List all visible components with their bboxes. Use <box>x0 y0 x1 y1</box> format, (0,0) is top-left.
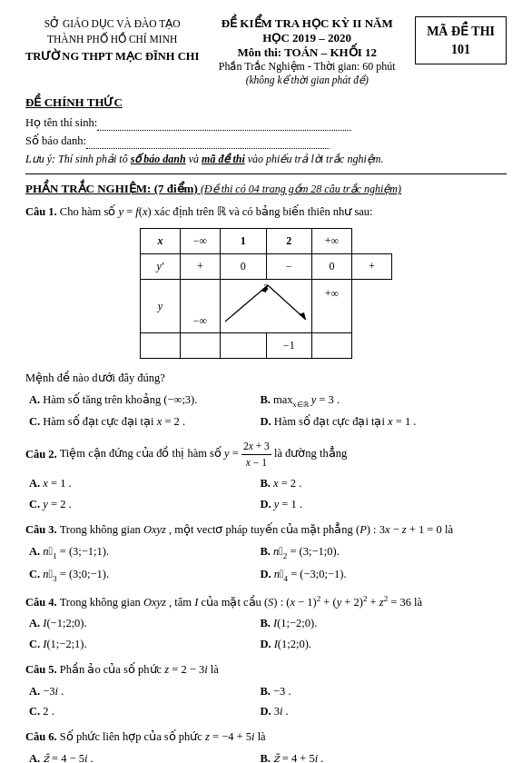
question-2: Câu 2. Tiệm cận đứng của đồ thị hàm số y… <box>25 439 507 514</box>
ho-ten-label: Họ tên thí sinh: <box>25 116 97 129</box>
q6-num: Câu 6. <box>25 730 57 743</box>
table-row-y: y −∞ 3 <box>141 279 392 332</box>
so-bao-danh-line: Số báo danh: <box>25 134 507 149</box>
q1-ans-a: A. Hàm số tăng trên khoảng (−∞;3). <box>25 391 256 411</box>
q3-num: Câu 3. <box>25 523 57 536</box>
question-6: Câu 6. Số phức liên hợp của số phức z = … <box>25 728 507 763</box>
q3-ans-a: A. n⃗1 = (3;−1;1). <box>25 542 256 563</box>
q2-answers: A. x = 1 . B. x = 2 . C. y = 2 . D. y = … <box>25 474 507 514</box>
q5-num: Câu 5. <box>25 663 57 676</box>
q5-ans-a: A. −3i . <box>25 682 256 701</box>
q3-answers: A. n⃗1 = (3;−1;1). B. n⃗2 = (3;−1;0). C.… <box>25 542 507 586</box>
q4-ans-b: B. I(1;−2;0). <box>256 614 487 633</box>
luu-y-text: Lưu ý: Thí sinh phải tô số báo danh và m… <box>25 153 383 165</box>
q3-ans-d: D. n⃗4 = (−3;0;−1). <box>256 565 487 586</box>
ministry-label: SỞ GIÁO DỤC VÀ ĐÀO TẠO <box>25 16 199 32</box>
ma-de-number: 101 <box>427 41 495 59</box>
exam-title: ĐỀ KIỂM TRA HỌC KỲ II NĂM HỌC 2019 – 202… <box>208 16 406 45</box>
q1-ans-c: C. Hàm số đạt cực đại tại x = 2 . <box>25 412 256 431</box>
question-1: Câu 1. Cho hàm số y = f(x) xác định trên… <box>25 203 507 431</box>
q2-ans-b: B. x = 2 . <box>256 474 487 493</box>
q6-text: Số phức liên hợp của số phức z = −4 + 5i… <box>60 730 266 743</box>
variation-table: x −∞ 1 2 +∞ y' + 0 − 0 + y −∞ <box>140 228 392 359</box>
q4-num: Câu 4. <box>25 596 57 609</box>
q2-ans-c: C. y = 2 . <box>25 495 256 514</box>
phan-trac-nghiem-title: PHẦN TRẮC NGHIỆM: (7 điểm) (Đề thi có 04… <box>25 182 507 196</box>
q4-ans-d: D. I(1;2;0). <box>256 635 487 654</box>
luu-y: Lưu ý: Thí sinh phải tô số báo danh và m… <box>25 153 507 166</box>
header-center: ĐỀ KIỂM TRA HỌC KỲ II NĂM HỌC 2019 – 202… <box>199 16 415 86</box>
q4-ans-a: A. I(−1;2;0). <box>25 614 256 633</box>
q1-ans-b: B. maxx∈ℝ y = 3 . <box>256 391 487 411</box>
trac-nghiem: Phần Trắc Nghiệm - Thời gian: 60 phút <box>208 60 406 74</box>
q5-text: Phần ảo của số phức z = 2 − 3i là <box>60 663 219 676</box>
variation-arrow-svg: 3 <box>221 280 311 327</box>
header-left: SỞ GIÁO DỤC VÀ ĐÀO TẠO THÀNH PHỐ HỒ CHÍ … <box>25 16 199 64</box>
de-chinh-thuc: ĐỀ CHÍNH THỨC <box>25 95 507 110</box>
divider1 <box>25 173 507 174</box>
q1-text: Cho hàm số y = f(x) xác định trên ℝ và c… <box>60 205 373 218</box>
table-row-x: x −∞ 1 2 +∞ <box>141 228 392 253</box>
q6-ans-a: A. z̄ = 4 − 5i . <box>25 749 256 763</box>
q5-ans-c: C. 2 . <box>25 702 256 721</box>
ho-ten-line: Họ tên thí sinh: <box>25 115 507 131</box>
q3-ans-b: B. n⃗2 = (3;−1;0). <box>256 542 487 563</box>
table-row-bottom: −1 <box>141 332 392 358</box>
question-5: Câu 5. Phần ảo của số phức z = 2 − 3i là… <box>25 661 507 721</box>
section-note: (Đề thi có 04 trang gồm 28 câu trắc nghi… <box>201 183 401 195</box>
q4-text: Trong không gian Oxyz , tâm I của mặt cầ… <box>60 596 422 609</box>
mon-thi: Môn thi: TOÁN – KHỐI 12 <box>208 45 406 60</box>
q5-ans-d: D. 3i . <box>256 702 487 721</box>
q1-after-table: Mệnh đề nào dưới đây đúng? <box>25 370 507 387</box>
q1-answers: A. Hàm số tăng trên khoảng (−∞;3). B. ma… <box>25 391 507 431</box>
time-note: (không kể thời gian phát đề) <box>208 74 406 86</box>
q2-text: Tiệm cận đứng của đồ thị hàm số y = 2x +… <box>60 447 348 460</box>
q2-ans-a: A. x = 1 . <box>25 474 256 493</box>
variation-table-container: x −∞ 1 2 +∞ y' + 0 − 0 + y −∞ <box>25 221 507 366</box>
ma-de-box: MÃ ĐỀ THI 101 <box>415 16 507 64</box>
header: SỞ GIÁO DỤC VÀ ĐÀO TẠO THÀNH PHỐ HỒ CHÍ … <box>25 16 507 86</box>
table-row-yprime: y' + 0 − 0 + <box>141 253 392 279</box>
city-label: THÀNH PHỐ HỒ CHÍ MINH <box>25 32 199 47</box>
q3-text: Trong không gian Oxyz , một vectơ pháp t… <box>60 523 453 536</box>
q4-ans-c: C. I(1;−2;1). <box>25 635 256 654</box>
q6-ans-b: B. z̄ = 4 + 5i . <box>256 749 487 763</box>
q5-ans-b: B. −3 . <box>256 682 487 701</box>
svg-text:3: 3 <box>263 282 269 292</box>
q2-num: Câu 2. <box>25 447 57 460</box>
so-bao-danh-label: Số báo danh: <box>25 134 86 147</box>
ma-de-label: MÃ ĐỀ THI <box>427 23 495 41</box>
q2-ans-d: D. y = 1 . <box>256 495 487 514</box>
q5-answers: A. −3i . B. −3 . C. 2 . D. 3i . <box>25 682 507 722</box>
school-label: TRƯỜNG THPT MẠC ĐĨNH CHI <box>25 48 199 65</box>
q3-ans-c: C. n⃗3 = (3;0;−1). <box>25 565 256 586</box>
q1-num: Câu 1. <box>25 205 57 218</box>
q6-answers: A. z̄ = 4 − 5i . B. z̄ = 4 + 5i . C. z̄ … <box>25 749 507 763</box>
question-3: Câu 3. Trong không gian Oxyz , một vectơ… <box>25 521 507 586</box>
q4-answers: A. I(−1;2;0). B. I(1;−2;0). C. I(1;−2;1)… <box>25 614 507 654</box>
question-4: Câu 4. Trong không gian Oxyz , tâm I của… <box>25 593 507 654</box>
q1-ans-d: D. Hàm số đạt cực đại tại x = 1 . <box>256 412 487 431</box>
